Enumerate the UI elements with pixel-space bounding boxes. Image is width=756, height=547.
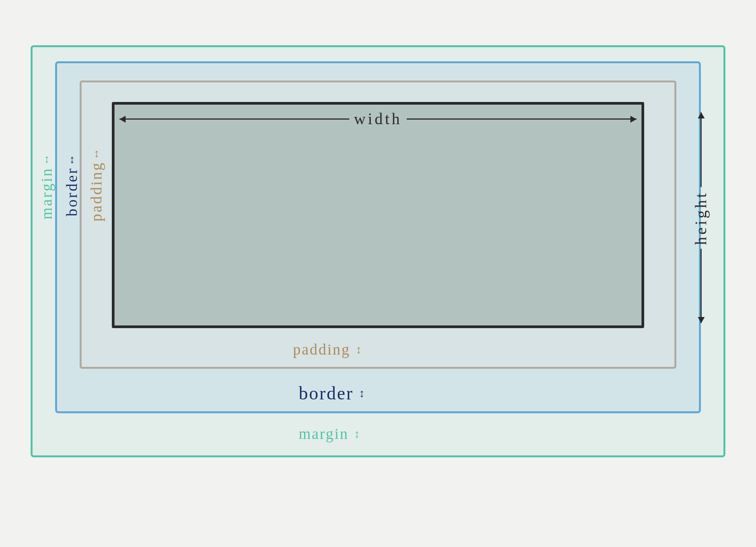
margin-label-left: margin ↔: [38, 153, 56, 220]
arrow-line-icon: [119, 118, 349, 120]
border-label-text: border: [63, 167, 81, 216]
double-arrow-icon: ↔: [65, 153, 79, 166]
margin-label-bottom: margin ↕: [299, 425, 361, 443]
border-label-text: border: [299, 383, 353, 404]
content-box: [112, 102, 644, 328]
border-label-bottom: border ↕: [299, 383, 366, 404]
height-label: height: [692, 112, 710, 323]
arrow-line-icon: [700, 249, 702, 324]
box-model-diagram: margin ↔ border ↔ padding ↔ padding ↕ bo…: [31, 45, 725, 457]
height-label-text: height: [692, 187, 710, 249]
margin-label-text: margin: [299, 425, 349, 443]
padding-label-text: padding: [293, 340, 350, 358]
border-label-left: border ↔: [63, 153, 81, 216]
arrow-line-icon: [407, 118, 637, 120]
double-arrow-icon: ↔: [90, 147, 103, 160]
padding-label-text: padding: [87, 161, 105, 222]
double-arrow-icon: ↔: [40, 153, 53, 166]
arrow-line-icon: [700, 112, 702, 187]
width-label: width: [119, 110, 637, 128]
double-arrow-icon: ↕: [354, 427, 361, 440]
margin-label-text: margin: [38, 167, 56, 220]
double-arrow-icon: ↕: [359, 387, 366, 400]
width-label-text: width: [349, 110, 407, 128]
padding-label-bottom: padding ↕: [293, 340, 363, 358]
padding-label-left: padding ↔: [87, 147, 105, 222]
double-arrow-icon: ↕: [356, 343, 363, 356]
